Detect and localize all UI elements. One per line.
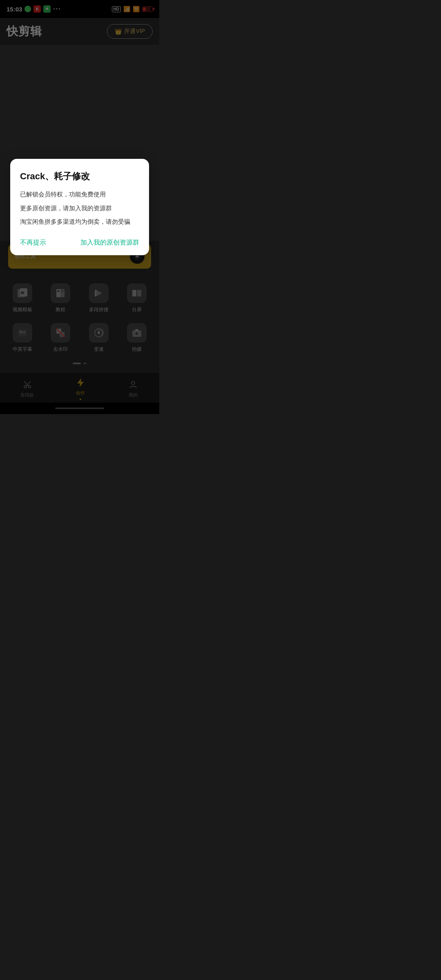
dialog-line2: 更多原创资源，请加入我的资源群 [20,203,139,214]
dialog-line3: 淘宝闲鱼拼多多渠道均为倒卖，请勿受骗 [20,216,139,227]
join-button[interactable]: 加入我的原创资源群 [80,238,139,247]
dialog-title: Crack、耗子修改 [20,170,139,183]
dismiss-button[interactable]: 不再提示 [20,238,46,247]
dialog-body: 已解锁会员特权，功能免费使用 更多原创资源，请加入我的资源群 淘宝闲鱼拼多多渠道… [20,189,139,227]
dialog-overlay: Crack、耗子修改 已解锁会员特权，功能免费使用 更多原创资源，请加入我的资源… [0,0,159,414]
dialog: Crack、耗子修改 已解锁会员特权，功能免费使用 更多原创资源，请加入我的资源… [10,159,149,255]
dialog-actions: 不再提示 加入我的原创资源群 [20,235,139,247]
dialog-line1: 已解锁会员特权，功能免费使用 [20,189,139,200]
